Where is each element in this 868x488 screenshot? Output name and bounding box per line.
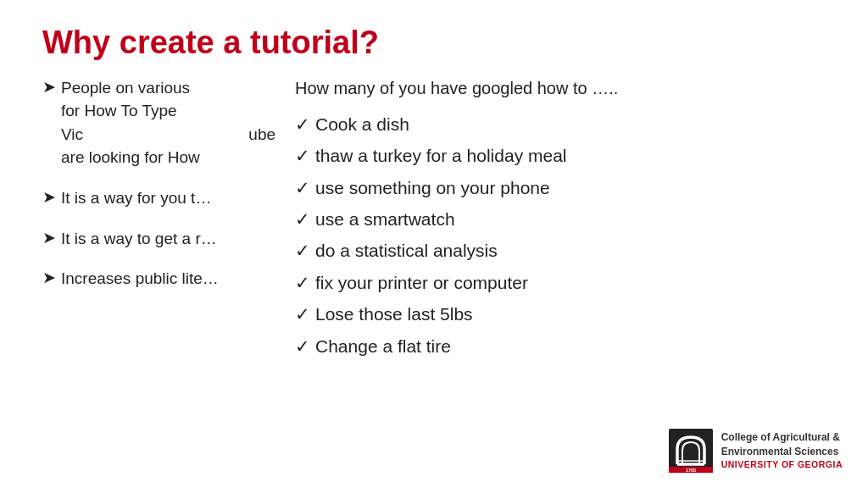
check-text-1: Cook a dish (315, 112, 409, 136)
check-text-2: thaw a turkey for a holiday meal (315, 143, 566, 168)
check-icon-2: ✓ (295, 143, 310, 168)
check-text-4: use a smartwatch (315, 207, 455, 231)
slide-title: Why create a tutorial? (42, 25, 826, 61)
logo-line1: College of Agricultural & (721, 430, 843, 445)
bullet-text-3: It is a way to get a r… (61, 227, 217, 251)
check-list: ✓Cook a dish✓thaw a turkey for a holiday… (295, 112, 868, 358)
logo-line2: Environmental Sciences (721, 445, 843, 459)
check-icon-4: ✓ (295, 207, 310, 231)
check-item-2: ✓thaw a turkey for a holiday meal (295, 143, 868, 168)
corner-logo: 1785 College of Agricultural & Environme… (669, 429, 843, 473)
slide: Why create a tutorial? ➤ People on vario… (0, 0, 868, 488)
check-icon-5: ✓ (295, 238, 310, 263)
check-item-8: ✓Change a flat tire (295, 334, 868, 358)
right-column: How many of you have googled how to ….. … (295, 76, 868, 365)
check-text-7: Lose those last 5lbs (315, 302, 473, 326)
check-item-7: ✓Lose those last 5lbs (295, 302, 868, 326)
svg-text:1785: 1785 (686, 468, 696, 473)
logo-line3: UNIVERSITY OF GEORGIA (721, 458, 843, 471)
check-icon-1: ✓ (295, 112, 310, 136)
bullet-item-4: ➤ Increases public lite… (42, 267, 305, 291)
bullet1-line1: People on various (61, 79, 190, 97)
check-item-6: ✓fix your printer or computer (295, 270, 868, 295)
check-item-4: ✓use a smartwatch (295, 207, 868, 231)
check-item-3: ✓use something on your phone (295, 175, 868, 200)
check-icon-7: ✓ (295, 302, 310, 326)
uga-logo-icon: 1785 (669, 429, 713, 473)
bullet-text-2: It is a way for you t… (61, 186, 211, 210)
check-text-6: fix your printer or computer (315, 270, 528, 295)
check-item-5: ✓do a statistical analysis (295, 238, 868, 263)
check-text-5: do a statistical analysis (315, 238, 498, 263)
check-icon-3: ✓ (295, 175, 310, 200)
bullet-arrow-1: ➤ (42, 77, 56, 97)
check-icon-8: ✓ (295, 334, 310, 358)
google-prompt: How many of you have googled how to ….. (295, 76, 868, 100)
bullet-item-1: ➤ People on various for How To Type Vic … (42, 76, 305, 169)
bullet-arrow-3: ➤ (42, 228, 56, 247)
bullet-text-4: Increases public lite… (61, 267, 219, 291)
bullet-arrow-2: ➤ (42, 187, 56, 207)
left-column: ➤ People on various for How To Type Vic … (42, 76, 305, 302)
content-area: ➤ People on various for How To Type Vic … (42, 76, 826, 407)
svg-rect-0 (669, 429, 713, 473)
bullet-item-3: ➤ It is a way to get a r… (42, 227, 305, 251)
bullet-text-1: People on various for How To Type Vic ub… (61, 76, 305, 169)
check-text-8: Change a flat tire (315, 334, 451, 358)
check-icon-6: ✓ (295, 270, 310, 295)
check-item-1: ✓Cook a dish (295, 112, 868, 136)
bullet-item-2: ➤ It is a way for you t… (42, 186, 305, 210)
bullet-arrow-4: ➤ (42, 268, 56, 287)
check-text-3: use something on your phone (315, 175, 550, 200)
logo-text: College of Agricultural & Environmental … (721, 430, 843, 471)
